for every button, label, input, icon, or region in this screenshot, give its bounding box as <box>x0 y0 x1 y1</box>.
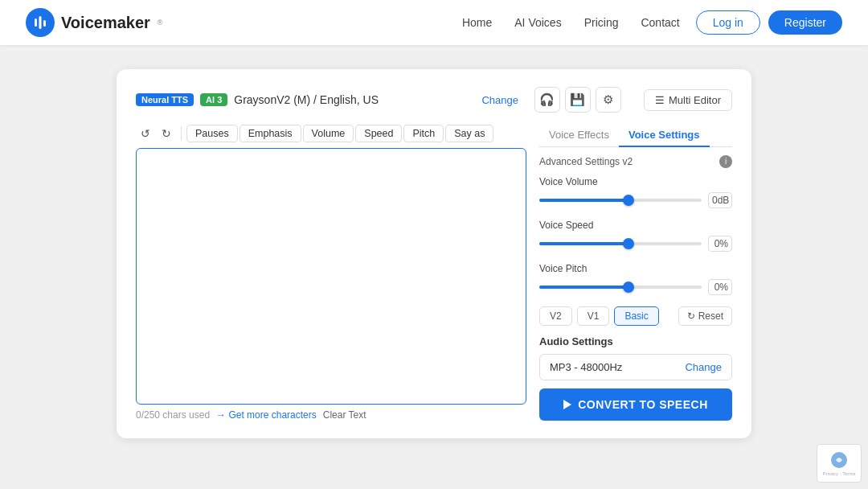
audio-format-row: MP3 - 48000Hz Change <box>539 354 732 380</box>
nav-links: Home AI Voices Pricing Contact <box>462 16 680 29</box>
voice-speed-thumb[interactable] <box>623 238 634 249</box>
reset-icon: ↻ <box>687 310 695 322</box>
editor-toolbar: ↺ ↻ Pauses Emphasis Volume Speed Pitch S… <box>136 124 526 143</box>
right-column: Voice Effects Voice Settings Advanced Se… <box>539 124 732 421</box>
voice-pitch-track[interactable] <box>539 286 702 289</box>
v2-button[interactable]: V2 <box>539 306 572 326</box>
voice-bar-icons: 🎧 💾 ⚙ <box>534 87 621 113</box>
voice-speed-value: 0% <box>708 236 732 252</box>
voice-volume-track[interactable] <box>539 199 702 202</box>
audio-format-text: MP3 - 48000Hz <box>550 361 622 373</box>
redo-button[interactable]: ↻ <box>157 124 176 143</box>
left-column: ↺ ↻ Pauses Emphasis Volume Speed Pitch S… <box>136 124 526 421</box>
change-voice-button[interactable]: Change <box>481 94 518 106</box>
convert-to-speech-button[interactable]: CONVERT TO SPEECH <box>539 388 732 421</box>
login-button[interactable]: Log in <box>696 10 760 35</box>
voice-speed-group: Voice Speed 0% <box>539 220 732 252</box>
panel-tabs: Voice Effects Voice Settings <box>539 124 732 147</box>
volume-button[interactable]: Volume <box>303 125 354 142</box>
voice-pitch-label: Voice Pitch <box>539 263 732 274</box>
gear-icon: ⚙ <box>603 92 613 107</box>
play-icon <box>563 400 571 409</box>
voice-volume-label: Voice Volume <box>539 176 732 187</box>
headphone-icon: 🎧 <box>539 92 555 107</box>
editor-footer: 0/250 chars used → Get more characters C… <box>136 409 526 421</box>
svg-rect-1 <box>35 18 37 27</box>
logo: Voicemaker ® <box>26 8 162 37</box>
basic-button[interactable]: Basic <box>614 306 658 326</box>
settings-button[interactable]: ⚙ <box>596 87 621 113</box>
tab-voice-settings[interactable]: Voice Settings <box>619 124 710 147</box>
nav-ai-voices[interactable]: AI Voices <box>514 16 561 29</box>
emphasis-button[interactable]: Emphasis <box>240 125 301 142</box>
svg-rect-3 <box>43 20 46 27</box>
badge-ai3: AI 3 <box>200 93 227 106</box>
text-editor[interactable] <box>136 148 526 405</box>
convert-label: CONVERT TO SPEECH <box>578 398 708 411</box>
nav-contact[interactable]: Contact <box>641 16 679 29</box>
save-icon: 💾 <box>570 92 585 107</box>
voice-pitch-value: 0% <box>708 279 732 295</box>
advanced-settings-header: Advanced Settings v2 i <box>539 155 732 168</box>
voice-name-text: GraysonV2 (M) / English, US <box>234 93 475 106</box>
advanced-settings-label: Advanced Settings v2 <box>539 156 633 167</box>
editor-card: Neural TTS AI 3 GraysonV2 (M) / English,… <box>117 69 751 438</box>
audio-settings-label: Audio Settings <box>539 335 732 347</box>
voice-bar: Neural TTS AI 3 GraysonV2 (M) / English,… <box>136 87 732 113</box>
version-buttons: V2 V1 Basic ↻ Reset <box>539 306 732 326</box>
clear-text-button[interactable]: Clear Text <box>323 409 366 421</box>
editor-two-col: ↺ ↻ Pauses Emphasis Volume Speed Pitch S… <box>136 124 732 421</box>
v1-button[interactable]: V1 <box>577 306 610 326</box>
char-count: 0/250 chars used <box>136 409 210 421</box>
headphone-button[interactable]: 🎧 <box>534 87 560 113</box>
multi-editor-icon: ☰ <box>655 94 665 106</box>
voice-pitch-group: Voice Pitch 0% <box>539 263 732 295</box>
navbar: Voicemaker ® Home AI Voices Pricing Cont… <box>0 0 868 45</box>
get-more-chars-link[interactable]: → Get more characters <box>216 409 317 421</box>
voice-volume-group: Voice Volume 0dB <box>539 176 732 208</box>
voice-speed-fill <box>539 242 628 245</box>
pitch-button[interactable]: Pitch <box>403 125 444 142</box>
pauses-button[interactable]: Pauses <box>186 125 238 142</box>
voice-volume-row: 0dB <box>539 192 732 208</box>
info-icon[interactable]: i <box>719 155 732 168</box>
voice-volume-thumb[interactable] <box>623 195 634 206</box>
save-button[interactable]: 💾 <box>565 87 591 113</box>
recaptcha-text: Privacy - Terms <box>822 471 855 476</box>
audio-change-button[interactable]: Change <box>685 361 722 373</box>
voice-pitch-fill <box>539 286 628 289</box>
logo-text: Voicemaker <box>61 14 150 32</box>
toolbar-separator <box>181 126 182 141</box>
say-as-button[interactable]: Say as <box>445 125 493 142</box>
voice-speed-label: Voice Speed <box>539 220 732 231</box>
register-button[interactable]: Register <box>768 10 842 35</box>
multi-editor-label: Multi Editor <box>669 94 721 106</box>
speed-button[interactable]: Speed <box>355 125 402 142</box>
voice-pitch-thumb[interactable] <box>623 281 634 293</box>
reset-button[interactable]: ↻ Reset <box>678 306 732 326</box>
multi-editor-button[interactable]: ☰ Multi Editor <box>644 89 732 111</box>
voice-speed-track[interactable] <box>539 242 702 245</box>
voice-volume-fill <box>539 199 628 202</box>
badge-neural: Neural TTS <box>136 93 194 106</box>
voice-volume-value: 0dB <box>708 192 732 208</box>
tab-voice-effects[interactable]: Voice Effects <box>539 124 619 147</box>
reset-label: Reset <box>698 310 723 322</box>
logo-icon <box>26 8 55 37</box>
nav-pricing[interactable]: Pricing <box>584 16 619 29</box>
undo-button[interactable]: ↺ <box>136 124 155 143</box>
main-content: Neural TTS AI 3 GraysonV2 (M) / English,… <box>0 45 868 489</box>
recaptcha-icon <box>829 450 849 470</box>
svg-rect-2 <box>39 16 42 29</box>
voice-pitch-row: 0% <box>539 279 732 295</box>
recaptcha-badge: Privacy - Terms <box>817 444 862 483</box>
nav-home[interactable]: Home <box>462 16 492 29</box>
voice-speed-row: 0% <box>539 236 732 252</box>
